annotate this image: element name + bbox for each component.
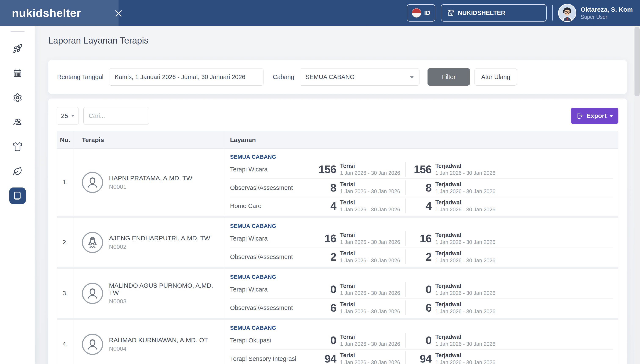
reset-button[interactable]: Atur Ulang	[475, 68, 517, 86]
terisi-group: 156Terisi1 Jan 2026 - 30 Jan 2026	[309, 163, 401, 176]
terjadwal-value: 0	[411, 334, 432, 347]
terjadwal-value: 6	[411, 302, 432, 314]
table-row: 2.AJENG ENDHARPUTRI, A.MD. TWN0002SEMUA …	[57, 216, 618, 267]
brand-text: nukidshelter	[12, 6, 81, 20]
service-row: Terapi Okupasi0Terisi1 Jan 2026 - 30 Jan…	[230, 331, 613, 350]
calendar-icon	[13, 68, 23, 78]
filter-card: Rentang Tanggal Kamis, 1 Januari 2026 - …	[48, 60, 627, 94]
therapist-name: RAHMAD KURNIAWAN, A.MD. OT	[109, 336, 208, 344]
terjadwal-group: 6Terjadwal1 Jan 2026 - 30 Jan 2026	[405, 300, 496, 315]
therapist-name: HAPNI PRATAMA, A.MD. TW	[109, 174, 192, 182]
table-card: 25 Export No. Terapis Layanan 1.HAPNI	[48, 98, 627, 364]
terisi-label: Terisi	[340, 250, 401, 257]
terisi-period: 1 Jan 2026 - 30 Jan 2026	[340, 188, 401, 194]
service-name: Terapi Sensory Integrasi	[230, 355, 309, 362]
sidebar-close-button[interactable]	[113, 8, 124, 18]
therapist-avatar person-icon	[82, 232, 103, 253]
terisi-label: Terisi	[340, 301, 401, 308]
terjadwal-period: 1 Jan 2026 - 30 Jan 2026	[435, 170, 496, 176]
terjadwal-period: 1 Jan 2026 - 30 Jan 2026	[435, 308, 496, 314]
report-table: No. Terapis Layanan 1.HAPNI PRATAMA, A.M…	[57, 131, 618, 364]
row-branch: SEMUA CABANG	[230, 148, 613, 160]
terisi-period: 1 Jan 2026 - 30 Jan 2026	[340, 359, 401, 364]
terisi-value: 4	[309, 200, 336, 212]
user-name: Oktareza, S. Kom	[580, 6, 633, 13]
terisi-value: 94	[309, 352, 336, 364]
terisi-period: 1 Jan 2026 - 30 Jan 2026	[340, 206, 401, 213]
terisi-period: 1 Jan 2026 - 30 Jan 2026	[340, 170, 401, 176]
scrollbar-thumb[interactable]	[634, 27, 639, 96]
sidebar-item-leaf[interactable]	[9, 163, 26, 180]
therapist-code: N0004	[109, 346, 208, 352]
terisi-group: 94Terisi1 Jan 2026 - 30 Jan 2026	[309, 352, 401, 364]
header-layanan: Layanan	[224, 131, 618, 148]
terjadwal-group: 16Terjadwal1 Jan 2026 - 30 Jan 2026	[405, 231, 496, 246]
terisi-label: Terisi	[340, 199, 401, 206]
tenant-badge[interactable]: NUKIDSHELTER	[441, 4, 547, 22]
terjadwal-label: Terjadwal	[435, 232, 496, 238]
filter-button[interactable]: Filter	[428, 68, 470, 86]
header-no: No.	[57, 131, 73, 148]
terjadwal-group: 156Terjadwal1 Jan 2026 - 30 Jan 2026	[405, 162, 496, 177]
therapist-avatar person-icon	[82, 172, 103, 193]
service-name: Observasi/Assessment	[230, 304, 309, 311]
terisi-period: 1 Jan 2026 - 30 Jan 2026	[340, 258, 401, 264]
terisi-group: 8Terisi1 Jan 2026 - 30 Jan 2026	[309, 181, 401, 194]
gear-icon	[13, 93, 23, 102]
language-badge[interactable]: ID	[407, 4, 435, 22]
terjadwal-value: 156	[411, 163, 432, 176]
sidebar-item-shirt[interactable]	[9, 138, 26, 155]
sidebar-item-settings[interactable]	[9, 90, 26, 106]
branch-select[interactable]: SEMUA CABANG	[300, 68, 419, 86]
user-menu[interactable]: Oktareza, S. Kom Super User	[558, 4, 633, 22]
therapist-cell: HAPNI PRATAMA, A.MD. TWN0001	[73, 148, 224, 216]
table-controls: 25 Export	[57, 107, 618, 125]
tenant-label: NUKIDSHELTER	[458, 10, 505, 16]
terisi-value: 156	[309, 163, 336, 176]
header-terapis: Terapis	[73, 131, 224, 148]
user-avatar	[558, 4, 576, 22]
export-button[interactable]: Export	[571, 108, 618, 124]
shirt-icon	[13, 142, 23, 152]
service-name: Terapi Wicara	[230, 166, 309, 173]
therapist-code: N0002	[109, 244, 210, 250]
terisi-value: 0	[309, 283, 336, 296]
navbar-right: ID NUKIDSHELTER	[407, 0, 633, 26]
terjadwal-label: Terjadwal	[435, 250, 496, 257]
sidebar-item-users[interactable]	[9, 114, 26, 130]
navbar: nukidshelter ID NUKIDSHELTER	[0, 0, 640, 26]
terjadwal-period: 1 Jan 2026 - 30 Jan 2026	[435, 188, 496, 194]
services-cell: SEMUA CABANGTerapi Wicara16Terisi1 Jan 2…	[224, 218, 618, 267]
branch-select-value: SEMUA CABANG	[305, 74, 354, 80]
therapist-avatar person-icon	[82, 283, 103, 304]
terisi-group: 0Terisi1 Jan 2026 - 30 Jan 2026	[309, 334, 401, 347]
terjadwal-label: Terjadwal	[435, 199, 496, 206]
terisi-group: 16Terisi1 Jan 2026 - 30 Jan 2026	[309, 232, 401, 245]
chevron-down-icon	[71, 115, 75, 117]
table-header: No. Terapis Layanan	[57, 131, 618, 148]
language-label: ID	[424, 10, 430, 16]
chevron-down-icon	[410, 76, 414, 79]
terjadwal-label: Terjadwal	[435, 301, 496, 308]
service-row: Observasi/Assessment6Terisi1 Jan 2026 - …	[230, 298, 613, 317]
sidebar-item-calendar[interactable]	[9, 65, 26, 82]
sidebar-divider	[11, 31, 25, 32]
sidebar-item-reports[interactable]	[9, 188, 26, 204]
terjadwal-period: 1 Jan 2026 - 30 Jan 2026	[435, 258, 496, 264]
service-row: Observasi/Assessment8Terisi1 Jan 2026 - …	[230, 178, 613, 196]
page-size-select[interactable]: 25	[57, 107, 79, 125]
terisi-group: 4Terisi1 Jan 2026 - 30 Jan 2026	[309, 199, 401, 213]
service-row: Terapi Wicara16Terisi1 Jan 2026 - 30 Jan…	[230, 229, 613, 248]
terisi-value: 2	[309, 250, 336, 263]
sidebar-item-rocket[interactable]	[9, 40, 26, 57]
table-body: 1.HAPNI PRATAMA, A.MD. TWN0001SEMUA CABA…	[57, 148, 618, 364]
terisi-value: 0	[309, 334, 336, 347]
terjadwal-period: 1 Jan 2026 - 30 Jan 2026	[435, 341, 496, 347]
service-row: Terapi Wicara0Terisi1 Jan 2026 - 30 Jan …	[230, 280, 613, 298]
search-input[interactable]	[83, 107, 149, 125]
branch-label: Cabang	[273, 74, 294, 80]
therapist-cell: RAHMAD KURNIAWAN, A.MD. OTN0004	[73, 320, 224, 364]
date-range-input[interactable]: Kamis, 1 Januari 2026 - Jumat, 30 Januar…	[109, 68, 264, 86]
terisi-period: 1 Jan 2026 - 30 Jan 2026	[340, 341, 401, 347]
chevron-down-icon	[609, 115, 613, 117]
